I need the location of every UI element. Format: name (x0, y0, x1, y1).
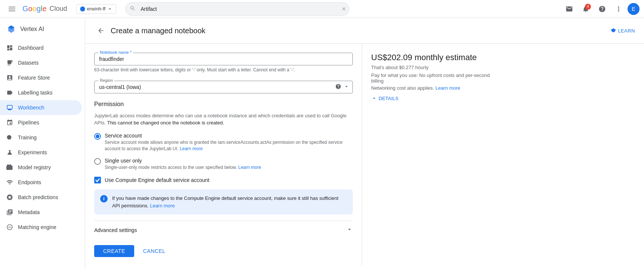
info-icon: i (100, 195, 108, 202)
topbar: Google Cloud erwinh-ff Artifact × 4 E (0, 0, 644, 18)
sidebar-item-label-dashboard: Dashboard (18, 45, 44, 51)
sidebar-item-metadata[interactable]: Metadata (0, 205, 82, 220)
checkmark-icon (95, 177, 100, 183)
topbar-right: 4 E (562, 1, 640, 16)
use-compute-checkbox-row: Use Compute Engine default service accou… (94, 177, 353, 183)
sidebar-item-pipelines[interactable]: Pipelines (0, 115, 82, 130)
single-user-radio-option: Single user only Single-user-only mode r… (94, 158, 353, 171)
advanced-chevron-icon (346, 226, 353, 234)
sidebar-item-batch-predictions[interactable]: Batch predictions (0, 190, 82, 205)
svg-point-3 (80, 6, 85, 11)
project-name: erwinh-ff (87, 6, 106, 12)
sidebar-item-workbench[interactable]: Workbench (0, 100, 82, 115)
create-button[interactable]: CREATE (94, 245, 134, 257)
region-select-wrapper: Region us-central1 (Iowa) (94, 81, 353, 93)
search-icon (130, 5, 136, 12)
sidebar-item-labelling-tasks[interactable]: Labelling tasks (0, 85, 82, 100)
svg-rect-2 (9, 10, 15, 11)
sidebar-item-label-metadata: Metadata (18, 209, 40, 215)
sidebar-item-label-endpoints: Endpoints (18, 179, 41, 185)
region-select[interactable]: us-central1 (Iowa) (99, 84, 348, 90)
service-account-text: Service account Service account mode all… (105, 133, 353, 152)
permission-title: Permission (94, 101, 353, 108)
feature-store-icon (6, 74, 13, 81)
project-selector[interactable]: erwinh-ff (76, 4, 117, 14)
service-account-radio[interactable] (94, 133, 101, 140)
svg-rect-1 (9, 9, 15, 9)
region-label: Region (98, 78, 114, 83)
sidebar-item-label-model-registry: Model registry (18, 164, 51, 170)
batch-predictions-icon (6, 194, 13, 201)
experiments-icon (6, 149, 13, 156)
notebook-name-input[interactable] (99, 56, 348, 62)
model-registry-icon (6, 164, 13, 171)
cancel-button[interactable]: CANCEL (137, 245, 172, 257)
google-cloud-logo: Google Cloud (22, 4, 67, 13)
cost-estimate-panel: US$202.09 monthly estimate That's about … (362, 44, 511, 266)
sidebar-item-datasets[interactable]: Datasets (0, 55, 82, 70)
cloud-text: Cloud (50, 5, 67, 13)
sidebar-item-experiments[interactable]: Experiments (0, 145, 82, 160)
user-avatar[interactable]: E (628, 3, 640, 15)
page-title: Create a managed notebook (111, 27, 206, 35)
content-area: Create a managed notebook LEARN Notebook… (85, 18, 644, 269)
service-account-learn-more-link[interactable]: Learn more (180, 146, 203, 151)
menu-icon[interactable] (4, 1, 19, 16)
sidebar-item-label-batch-predictions: Batch predictions (18, 194, 58, 200)
back-button[interactable] (94, 24, 108, 37)
details-toggle[interactable]: DETAILS (371, 95, 502, 101)
notebook-name-wrapper: Notebook name * (94, 53, 353, 65)
info-learn-more-link[interactable]: Learn more (150, 203, 175, 208)
main-layout: Vertex AI Dashboard Datasets Feature Sto… (0, 18, 644, 269)
training-icon (6, 134, 13, 141)
svg-rect-0 (9, 7, 15, 7)
cost-line-1: Pay for what you use: No upfront costs a… (371, 72, 502, 84)
cost-title: US$202.09 monthly estimate (371, 53, 502, 62)
info-text: If you have made changes to the Compute … (112, 195, 347, 209)
sidebar-item-label-pipelines: Pipelines (18, 120, 39, 126)
vertex-ai-logo-icon (6, 24, 16, 34)
sidebar-item-label-workbench: Workbench (18, 105, 44, 111)
single-user-learn-more-link[interactable]: Learn more (238, 165, 261, 170)
workbench-icon (6, 104, 13, 111)
datasets-icon (6, 59, 13, 67)
advanced-settings-toggle[interactable]: Advanced settings (94, 220, 353, 239)
single-user-text: Single user only Single-user-only mode r… (105, 158, 261, 171)
single-user-radio[interactable] (94, 158, 101, 165)
region-field: Region us-central1 (Iowa) (94, 81, 353, 93)
form-footer: CREATE CANCEL (94, 239, 353, 257)
permission-desc: JupyterLab access modes determine who ca… (94, 112, 353, 127)
notifications-icon-btn[interactable]: 4 (578, 1, 593, 16)
cost-learn-more-link[interactable]: Learn more (435, 85, 460, 91)
sidebar-item-matching-engine[interactable]: Matching engine (0, 220, 82, 235)
sidebar-item-feature-store[interactable]: Feature Store (0, 70, 82, 85)
page-header: Create a managed notebook LEARN (85, 18, 644, 44)
service-account-radio-option: Service account Service account mode all… (94, 133, 353, 152)
sidebar-item-label-experiments: Experiments (18, 149, 47, 155)
region-help-icon[interactable] (335, 83, 341, 90)
sidebar-product-name: Vertex AI (20, 26, 44, 33)
notebook-name-field: Notebook name * 63-character limit with … (94, 53, 353, 73)
sidebar-item-label-feature-store: Feature Store (18, 75, 50, 81)
endpoints-icon (6, 179, 13, 186)
info-box: i If you have made changes to the Comput… (94, 189, 353, 214)
sidebar-item-model-registry[interactable]: Model registry (0, 160, 82, 175)
sidebar-item-endpoints[interactable]: Endpoints (0, 175, 82, 190)
notebook-name-label: Notebook name * (98, 50, 133, 55)
sidebar-item-dashboard[interactable]: Dashboard (0, 40, 82, 55)
notifications-badge: 4 (585, 4, 591, 10)
sidebar-item-training[interactable]: Training (0, 130, 82, 145)
more-icon-btn[interactable] (611, 1, 626, 16)
project-dropdown-icon (107, 6, 113, 12)
dashboard-icon (6, 44, 13, 52)
help-icon-btn[interactable] (595, 1, 610, 16)
mail-icon-btn[interactable] (562, 1, 577, 16)
sidebar: Vertex AI Dashboard Datasets Feature Sto… (0, 18, 85, 269)
search-clear-icon[interactable]: × (342, 5, 346, 13)
use-compute-checkbox[interactable] (94, 177, 101, 183)
form-body: Notebook name * 63-character limit with … (85, 44, 644, 266)
learn-button[interactable]: LEARN (610, 28, 635, 34)
use-compute-label: Use Compute Engine default service accou… (105, 177, 209, 183)
search-input[interactable]: Artifact (125, 2, 349, 16)
metadata-icon (6, 208, 13, 216)
